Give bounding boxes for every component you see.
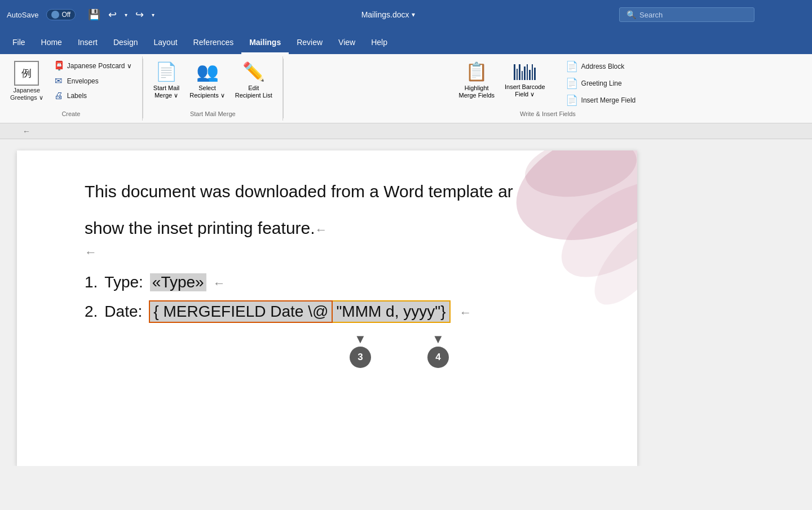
insert-merge-field-button[interactable]: 📄 Insert Merge Field xyxy=(561,92,641,108)
callout-row: ▼ 3 ▼ 4 xyxy=(85,332,592,368)
callout-4-arrow: ▼ xyxy=(432,332,444,347)
create-small-group: 📮 Japanese Postcard ∨ ✉ Envelopes 🖨 Labe… xyxy=(50,59,135,103)
title-bar-icons: 💾 ↩ ▾ ↪ ▾ xyxy=(86,7,157,22)
toggle-circle xyxy=(51,11,59,19)
field-main: { MERGEFIELD Date \@ xyxy=(149,300,333,323)
item2-num: 2. xyxy=(85,303,98,321)
japanese-postcard-icon: 📮 xyxy=(54,60,64,71)
save-icon[interactable]: 💾 xyxy=(86,7,103,22)
callout-3-badge: 3 xyxy=(350,347,371,368)
ribbon-group-write-insert: 📋 HighlightMerge Fields Insert BarcodeFi… xyxy=(284,56,812,121)
greeting-line-icon: 📄 xyxy=(566,77,578,90)
address-block-button[interactable]: 📄 Address Block xyxy=(561,59,641,74)
title-bar: AutoSave Off 💾 ↩ ▾ ↪ ▾ Mailings.docx ▾ 🔍… xyxy=(0,0,812,29)
greeting-line-label: Greeting Line xyxy=(581,79,622,87)
document-page: This document was downloaded from a Word… xyxy=(17,150,637,466)
callout-4-container: ▼ 4 xyxy=(427,332,449,368)
menu-item-file[interactable]: File xyxy=(5,33,33,54)
ribbon-group-start-mail-merge: 📄 Start MailMerge ∨ 👥 SelectRecipients ∨… xyxy=(143,56,283,121)
write-insert-content: 📋 HighlightMerge Fields Insert BarcodeFi… xyxy=(455,59,640,108)
document-area: This document was downloaded from a Word… xyxy=(0,139,812,466)
insert-merge-field-label: Insert Merge Field xyxy=(581,96,636,104)
doc-line1: This document was downloaded from a Word… xyxy=(85,179,592,204)
autosave-toggle[interactable]: Off xyxy=(46,9,76,20)
start-mail-merge-label: Start Mail Merge xyxy=(190,110,236,118)
menu-item-mailings[interactable]: Mailings xyxy=(241,33,289,54)
menu-item-view[interactable]: View xyxy=(330,33,363,54)
envelopes-button[interactable]: ✉ Envelopes xyxy=(50,74,135,88)
list-item-1: 1. Type: «Type» ← xyxy=(85,273,592,291)
highlight-merge-fields-button[interactable]: 📋 HighlightMerge Fields xyxy=(455,59,498,101)
start-mail-merge-label: Start MailMerge ∨ xyxy=(153,85,179,99)
autosave-label: AutoSave xyxy=(7,11,38,19)
menu-item-review[interactable]: Review xyxy=(289,33,330,54)
undo-dropdown-icon[interactable]: ▾ xyxy=(122,11,130,19)
labels-button[interactable]: 🖨 Labels xyxy=(50,89,135,103)
search-placeholder: Search xyxy=(639,11,663,19)
start-mail-merge-content: 📄 Start MailMerge ∨ 👥 SelectRecipients ∨… xyxy=(150,59,276,108)
callout-4-badge: 4 xyxy=(427,347,449,368)
menu-item-insert[interactable]: Insert xyxy=(70,33,105,54)
menu-bar: File Home Insert Design Layout Reference… xyxy=(0,29,812,54)
insert-barcode-field-button[interactable]: Insert BarcodeField ∨ xyxy=(501,59,549,100)
menu-item-layout[interactable]: Layout xyxy=(146,33,186,54)
search-icon: 🔍 xyxy=(626,10,636,19)
address-block-label: Address Block xyxy=(581,63,625,70)
doc-title: Mailings.docx ▾ xyxy=(162,10,614,19)
write-insert-group-label: Write & Insert Fields xyxy=(520,110,576,118)
search-box[interactable]: 🔍 Search xyxy=(619,7,754,22)
ribbon-group-create: 例 JapaneseGreetings ∨ 📮 Japanese Postcar… xyxy=(0,56,143,121)
ruler-back-arrow[interactable]: ← xyxy=(23,127,30,136)
select-recipients-icon: 👥 xyxy=(196,61,219,82)
undo-icon[interactable]: ↩ xyxy=(106,7,119,22)
japanese-greetings-label: JapaneseGreetings ∨ xyxy=(10,87,43,101)
japanese-postcard-label: Japanese Postcard ∨ xyxy=(67,62,132,70)
list-item-2: 2. Date: { MERGEFIELD Date \@ "MMM d, yy… xyxy=(85,300,592,323)
redo-icon[interactable]: ↪ xyxy=(133,7,146,22)
item2-label: Date: xyxy=(104,303,142,321)
item1-num: 1. xyxy=(85,273,98,291)
create-group-content: 例 JapaneseGreetings ∨ 📮 Japanese Postcar… xyxy=(7,59,135,108)
insert-merge-field-icon: 📄 xyxy=(566,94,578,107)
labels-label: Labels xyxy=(67,92,87,100)
item1-label: Type: xyxy=(104,273,143,291)
barcode-icon xyxy=(514,61,536,81)
quick-access-dropdown-icon[interactable]: ▾ xyxy=(149,11,157,19)
insert-barcode-field-label: Insert BarcodeField ∨ xyxy=(505,83,545,98)
item1-para-mark: ← xyxy=(213,276,226,291)
envelopes-label: Envelopes xyxy=(67,77,99,85)
menu-item-references[interactable]: References xyxy=(186,33,242,54)
japanese-greetings-button[interactable]: 例 JapaneseGreetings ∨ xyxy=(7,59,47,104)
edit-recipient-list-icon: ✏️ xyxy=(242,61,265,82)
field-code: { MERGEFIELD Date \@ "MMM d, yyyy"} xyxy=(149,300,450,323)
menu-item-home[interactable]: Home xyxy=(33,33,70,54)
ribbon: 例 JapaneseGreetings ∨ 📮 Japanese Postcar… xyxy=(0,54,812,123)
menu-item-design[interactable]: Design xyxy=(105,33,146,54)
select-recipients-button[interactable]: 👥 SelectRecipients ∨ xyxy=(186,59,228,101)
write-insert-small-group: 📄 Address Block 📄 Greeting Line 📄 Insert… xyxy=(561,59,641,108)
callout-3-container: ▼ 3 xyxy=(350,332,371,368)
doc-para-mark: ← xyxy=(85,245,592,260)
menu-item-help[interactable]: Help xyxy=(363,33,395,54)
edit-recipient-list-label: EditRecipient List xyxy=(235,85,272,99)
select-recipients-label: SelectRecipients ∨ xyxy=(189,85,224,99)
address-block-icon: 📄 xyxy=(566,60,578,73)
japanese-postcard-button[interactable]: 📮 Japanese Postcard ∨ xyxy=(50,59,135,73)
ruler-area: ← xyxy=(0,123,812,139)
start-mail-merge-button[interactable]: 📄 Start MailMerge ∨ xyxy=(150,59,183,101)
highlight-merge-fields-label: HighlightMerge Fields xyxy=(458,85,495,99)
highlight-merge-fields-icon: 📋 xyxy=(465,61,488,82)
item2-para-mark: ← xyxy=(460,305,472,320)
svg-point-0 xyxy=(501,150,637,261)
edit-recipient-list-button[interactable]: ✏️ EditRecipient List xyxy=(232,59,276,101)
doc-line2: show the inset printing feature.← xyxy=(85,215,592,241)
item1-field: «Type» xyxy=(150,273,206,291)
field-format: "MMM d, yyyy"} xyxy=(333,300,450,323)
start-mail-merge-icon: 📄 xyxy=(155,61,178,82)
callout-3-arrow: ▼ xyxy=(354,332,367,347)
toggle-label: Off xyxy=(61,11,70,19)
greeting-line-button[interactable]: 📄 Greeting Line xyxy=(561,76,641,91)
envelopes-icon: ✉ xyxy=(54,76,64,86)
labels-icon: 🖨 xyxy=(54,91,64,101)
create-group-label: Create xyxy=(61,110,80,118)
